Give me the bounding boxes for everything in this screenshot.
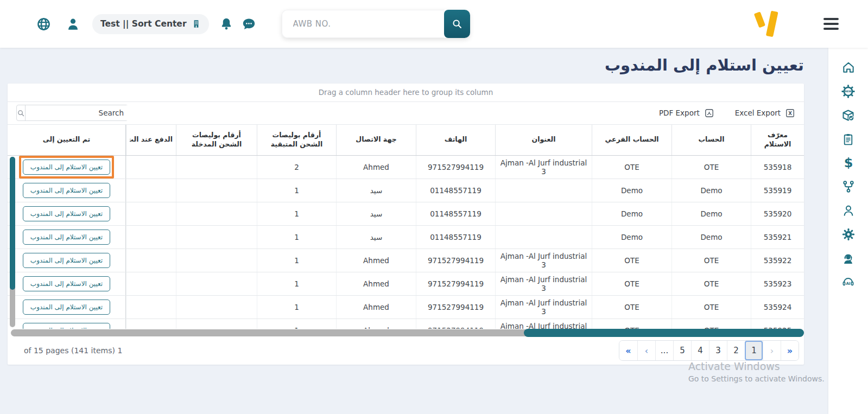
assign-to-courier-button[interactable]: تعيين الاستلام إلى المندوب	[23, 160, 110, 175]
highlight-box: تعيين الاستلام إلى المندوب	[19, 249, 114, 272]
notifications-bell-icon[interactable]	[219, 16, 234, 31]
account-cell: Demo	[671, 202, 751, 225]
assign-to-courier-button[interactable]: تعيين الاستلام إلى المندوب	[23, 206, 110, 221]
phone-cell: 971527994119	[416, 319, 495, 329]
address-cell: Ajman -Al Jurf industrial 3	[495, 249, 592, 272]
sidebar-item-finance[interactable]: $	[837, 151, 860, 175]
contact-cell: سيد	[336, 202, 416, 225]
phone-cell: 01148557119	[416, 202, 495, 225]
phone-cell: 01148557119	[416, 226, 495, 249]
column-header-cod[interactable]: الدفع عند الت	[126, 125, 176, 155]
account-cell: OTE	[671, 249, 751, 272]
contact-cell: سيد	[336, 226, 416, 249]
column-header-entered-awbs[interactable]: أرقام بوليصات الشحن المدخلة	[176, 125, 257, 155]
remaining-awbs-cell: 2	[257, 156, 336, 179]
assign-to-courier-button[interactable]: تعيين الاستلام إلى المندوب	[23, 323, 110, 329]
pager-summary: of 15 pages (141 items) 1	[24, 346, 122, 355]
address-cell	[495, 226, 592, 249]
address-cell: Ajman -Al Jurf industrial 3	[495, 272, 592, 295]
assign-cell: تعيين الاستلام إلى المندوب	[8, 156, 126, 179]
search-icon	[17, 105, 26, 120]
table-body: تعيين الاستلام إلى المندوب 2 Ahmed 97152…	[8, 156, 804, 329]
highlight-box: تعيين الاستلام إلى المندوب	[19, 296, 114, 319]
pagination-first[interactable]: «	[619, 341, 637, 360]
cod-cell	[126, 179, 176, 202]
pagination-page[interactable]: 1	[745, 341, 763, 360]
user-profile-icon[interactable]	[65, 16, 80, 31]
svg-text:NEW: NEW	[845, 90, 852, 93]
assign-cell: تعيين الاستلام إلى المندوب	[8, 226, 126, 249]
pagination-ellipsis: ...	[655, 341, 673, 360]
column-header-contact[interactable]: جهة الاتصال	[336, 125, 416, 155]
sidebar-item-users[interactable]	[837, 199, 860, 222]
sidebar-item-shipments[interactable]	[837, 103, 860, 127]
column-header-account[interactable]: الحساب	[671, 125, 751, 155]
pagination-next[interactable]: ›	[763, 341, 781, 360]
grid-search-input[interactable]	[26, 105, 129, 120]
pdf-export-button[interactable]: PDF Export	[659, 108, 714, 118]
address-cell: Ajman -Al Jurf industrial 3	[495, 156, 592, 179]
table-row: تعيين الاستلام إلى المندوب 2 Ahmed 97152…	[8, 156, 804, 179]
excel-export-button[interactable]: Excel Export X	[735, 108, 795, 118]
assign-to-courier-button[interactable]: تعيين الاستلام إلى المندوب	[23, 183, 110, 198]
entered-awbs-cell	[176, 249, 257, 272]
assign-cell: تعيين الاستلام إلى المندوب	[8, 179, 126, 202]
column-header-remaining-awbs[interactable]: أرقام بوليصات الشحن المتبقية	[257, 125, 336, 155]
account-cell: Demo	[671, 226, 751, 249]
address-cell: Ajman -Al Jurf industrial 3	[495, 296, 592, 319]
column-header-phone[interactable]: الهاتف	[416, 125, 495, 155]
page-title: تعيين استلام إلى المندوب	[8, 54, 804, 77]
sidebar-item-workflow[interactable]	[837, 175, 860, 199]
table-row: تعيين الاستلام إلى المندوب 1 Ahmed 97152…	[8, 249, 804, 272]
cod-cell	[126, 296, 176, 319]
workspace-selector[interactable]: Test || Sort Center	[92, 14, 209, 34]
pagination-page[interactable]: 5	[673, 341, 691, 360]
menu-hamburger-icon[interactable]	[823, 18, 839, 30]
highlight-box: تعيين الاستلام إلى المندوب	[19, 202, 114, 225]
assign-to-courier-button[interactable]: تعيين الاستلام إلى المندوب	[23, 230, 110, 245]
receipt-id-cell: 535921	[751, 226, 804, 249]
table-row: تعيين الاستلام إلى المندوب 1 Ahmed 97152…	[8, 319, 804, 329]
pagination-prev[interactable]: ‹	[637, 341, 655, 360]
sidebar-item-settings[interactable]	[837, 222, 860, 246]
phone-cell: 971527994119	[416, 272, 495, 295]
pagination-page[interactable]: 3	[709, 341, 727, 360]
language-globe-icon[interactable]	[36, 16, 51, 31]
contact-cell: Ahmed	[336, 249, 416, 272]
awb-search-button[interactable]	[444, 10, 470, 38]
receipt-id-cell: 535925	[751, 319, 804, 329]
awb-search-input[interactable]	[282, 10, 444, 38]
ai-assistant-icon: AI	[841, 275, 856, 290]
remaining-awbs-cell: 1	[257, 226, 336, 249]
address-cell	[495, 202, 592, 225]
sidebar-item-whats-new[interactable]: NEW	[837, 79, 860, 103]
vertical-scrollbar-thumb[interactable]	[10, 157, 15, 290]
settings-gear-icon	[841, 227, 856, 241]
pagination-page[interactable]: 4	[691, 341, 709, 360]
sidebar-item-ai-assistant[interactable]: AI	[837, 270, 860, 294]
whats-new-gear-icon: NEW	[841, 84, 856, 99]
chat-messages-icon[interactable]	[242, 16, 257, 31]
column-header-assigned-to[interactable]: تم التعيين إلى	[8, 125, 126, 155]
grid-footer: of 15 pages (141 items) 1 «‹...54321›»	[8, 337, 804, 365]
table-row: تعيين الاستلام إلى المندوب 1 سيد 0114855…	[8, 179, 804, 202]
assign-to-courier-button[interactable]: تعيين الاستلام إلى المندوب	[23, 300, 110, 315]
horizontal-scrollbar-thumb[interactable]	[524, 329, 804, 337]
pagination-page[interactable]: 2	[727, 341, 745, 360]
entered-awbs-cell	[176, 202, 257, 225]
brand-logo[interactable]	[753, 10, 779, 37]
table-row: تعيين الاستلام إلى المندوب 1 Ahmed 97152…	[8, 296, 804, 319]
column-header-address[interactable]: العنوان	[495, 125, 592, 155]
assign-to-courier-button[interactable]: تعيين الاستلام إلى المندوب	[23, 276, 110, 291]
assign-to-courier-button[interactable]: تعيين الاستلام إلى المندوب	[23, 253, 110, 268]
cod-cell	[126, 202, 176, 225]
horizontal-scrollbar	[8, 329, 804, 337]
column-header-receipt-id[interactable]: معرّف الاستلام	[751, 125, 804, 155]
sidebar-item-support[interactable]	[837, 246, 860, 270]
sidebar-item-reports[interactable]	[837, 127, 860, 151]
awb-search-group	[282, 10, 470, 38]
pagination-last[interactable]: »	[781, 341, 799, 360]
sidebar-item-home[interactable]	[837, 55, 860, 79]
column-header-sub-account[interactable]: الحساب الفرعي	[592, 125, 671, 155]
topbar: Test || Sort Center	[0, 0, 868, 48]
